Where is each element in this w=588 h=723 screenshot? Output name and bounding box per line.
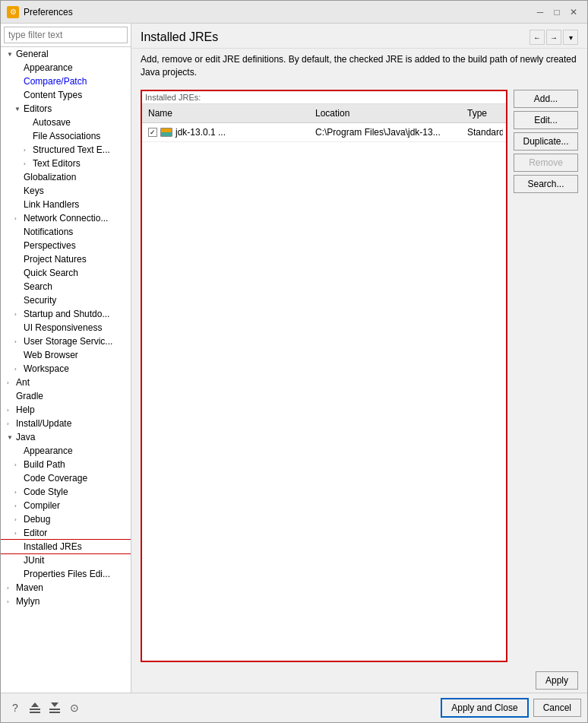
sidebar-item-compiler[interactable]: › Compiler <box>1 499 131 512</box>
table-row[interactable]: jdk-13.0.1 ... C:\Program Files\Java\jdk… <box>142 123 506 142</box>
apply-and-close-button[interactable]: Apply and Close <box>441 698 528 718</box>
sidebar-item-network-connections[interactable]: › Network Connectio... <box>1 211 131 225</box>
cell-type: Standard V... <box>464 125 503 139</box>
right-panel: Installed JREs ← → ▾ Add, remove or edit… <box>131 24 587 693</box>
sidebar-item-structured-text[interactable]: › Structured Text E... <box>1 143 131 157</box>
sidebar-item-properties-files[interactable]: Properties Files Edi... <box>1 567 131 581</box>
sidebar-item-user-storage[interactable]: › User Storage Servic... <box>1 335 131 348</box>
duplicate-button[interactable]: Duplicate... <box>514 132 578 151</box>
sidebar-item-help[interactable]: › Help <box>1 403 131 417</box>
sidebar-item-ui-responsiveness[interactable]: UI Responsiveness <box>1 321 131 335</box>
svg-rect-5 <box>49 709 60 710</box>
sidebar-item-globalization[interactable]: Globalization <box>1 170 131 184</box>
window-title: Preferences <box>24 7 73 17</box>
sidebar-item-label: Maven <box>16 582 43 593</box>
sidebar-item-label: Installed JREs <box>24 541 82 552</box>
edit-button[interactable]: Edit... <box>514 111 578 129</box>
sidebar-item-installed-jres[interactable]: Installed JREs <box>1 540 131 553</box>
sidebar-item-label: Project Natures <box>24 254 87 265</box>
sidebar-item-label: Security <box>24 295 56 306</box>
sidebar-item-project-natures[interactable]: Project Natures <box>1 252 131 266</box>
sidebar-item-gradle[interactable]: Gradle <box>1 389 131 403</box>
expand-arrow: ▼ <box>7 434 14 441</box>
sidebar-item-java[interactable]: ▼ Java <box>1 430 131 444</box>
cell-name: jdk-13.0.1 ... <box>145 125 312 139</box>
sidebar-item-compare-patch[interactable]: Compare/Patch <box>1 75 131 88</box>
sidebar-item-debug[interactable]: › Debug <box>1 512 131 526</box>
sidebar-item-web-browser[interactable]: Web Browser <box>1 348 131 362</box>
sidebar-item-autosave[interactable]: Autosave <box>1 116 131 129</box>
sidebar-item-install-update[interactable]: › Install/Update <box>1 417 131 430</box>
sidebar-item-search[interactable]: Search <box>1 280 131 293</box>
sidebar-item-label: Code Coverage <box>24 473 87 484</box>
help-icon-button[interactable]: ? <box>7 699 24 716</box>
close-button[interactable]: ✕ <box>566 5 581 20</box>
bottom-bar: ? ⊙ Apply and Close Cancel <box>1 693 587 722</box>
cell-location: C:\Program Files\Java\jdk-13... <box>312 125 464 139</box>
forward-button[interactable]: → <box>546 30 561 45</box>
minimize-button[interactable]: ─ <box>533 5 548 20</box>
sidebar-item-ant[interactable]: › Ant <box>1 376 131 389</box>
maximize-button[interactable]: □ <box>549 5 564 20</box>
sidebar-item-label: Compiler <box>24 500 60 511</box>
tree-container[interactable]: ▼ General Appearance Compare/Patch Conte… <box>1 47 131 693</box>
sidebar-item-label: Startup and Shutdo... <box>24 309 109 319</box>
expand-arrow: › <box>24 160 31 167</box>
sidebar-item-editors[interactable]: ▼ Editors <box>1 102 131 116</box>
sidebar-item-label: Build Path <box>24 459 65 470</box>
sidebar-item-editor[interactable]: › Editor <box>1 526 131 540</box>
jre-checkbox[interactable] <box>148 128 157 137</box>
sidebar-item-code-style[interactable]: › Code Style <box>1 485 131 499</box>
sidebar-item-label: Code Style <box>24 487 68 497</box>
sidebar-item-label: Editors <box>24 103 52 114</box>
sidebar-item-notifications[interactable]: Notifications <box>1 225 131 239</box>
sidebar-item-maven[interactable]: › Maven <box>1 581 131 595</box>
sidebar-item-text-editors[interactable]: › Text Editors <box>1 157 131 170</box>
sidebar-item-mylyn[interactable]: › Mylyn <box>1 595 131 608</box>
import-icon-button[interactable] <box>46 699 63 716</box>
sidebar-item-keys[interactable]: Keys <box>1 184 131 198</box>
expand-arrow: › <box>7 598 14 605</box>
filter-input[interactable] <box>4 27 128 43</box>
sidebar-item-label: Notifications <box>24 227 73 237</box>
sidebar-item-appearance[interactable]: Appearance <box>1 61 131 75</box>
sidebar-item-link-handlers[interactable]: Link Handlers <box>1 198 131 211</box>
remove-button[interactable]: Remove <box>514 154 578 172</box>
sidebar-item-code-coverage[interactable]: Code Coverage <box>1 471 131 485</box>
sidebar-item-content-types[interactable]: Content Types <box>1 88 131 102</box>
sidebar-item-label: Text Editors <box>33 158 81 169</box>
sidebar-item-label: Gradle <box>16 391 43 401</box>
panel-apply-row: Apply <box>131 668 587 693</box>
expand-arrow: › <box>14 461 22 468</box>
jre-name: jdk-13.0.1 ... <box>175 127 226 138</box>
panel-header: Installed JREs ← → ▾ <box>131 24 587 49</box>
sidebar-item-general[interactable]: ▼ General <box>1 47 131 61</box>
sidebar-item-junit[interactable]: JUnit <box>1 553 131 567</box>
sidebar-item-java-appearance[interactable]: Appearance <box>1 444 131 458</box>
sidebar: ▼ General Appearance Compare/Patch Conte… <box>1 24 131 693</box>
sidebar-item-perspectives[interactable]: Perspectives <box>1 239 131 252</box>
sidebar-item-label: Search <box>24 281 52 292</box>
add-button[interactable]: Add... <box>514 90 578 108</box>
search-button[interactable]: Search... <box>514 175 578 193</box>
dropdown-button[interactable]: ▾ <box>563 30 578 45</box>
sidebar-item-label: Quick Search <box>24 268 78 278</box>
svg-rect-0 <box>161 128 172 132</box>
sidebar-item-label: Workspace <box>24 363 69 374</box>
sidebar-item-label: Network Connectio... <box>24 213 108 224</box>
sidebar-item-label: File Associations <box>33 131 100 141</box>
sidebar-item-quick-search[interactable]: Quick Search <box>1 266 131 280</box>
settings-icon-button[interactable]: ⊙ <box>66 699 83 716</box>
sidebar-item-build-path[interactable]: › Build Path <box>1 458 131 471</box>
sidebar-item-workspace[interactable]: › Workspace <box>1 362 131 376</box>
sidebar-item-label: Autosave <box>33 117 71 128</box>
sidebar-item-startup-shutdown[interactable]: › Startup and Shutdo... <box>1 307 131 321</box>
back-button[interactable]: ← <box>530 30 545 45</box>
sidebar-item-security[interactable]: Security <box>1 293 131 307</box>
cancel-button[interactable]: Cancel <box>533 699 581 717</box>
apply-button[interactable]: Apply <box>536 671 578 690</box>
sidebar-item-label: Mylyn <box>16 596 40 607</box>
sidebar-item-file-associations[interactable]: File Associations <box>1 129 131 143</box>
svg-marker-4 <box>31 702 39 707</box>
export-icon-button[interactable] <box>27 699 43 716</box>
